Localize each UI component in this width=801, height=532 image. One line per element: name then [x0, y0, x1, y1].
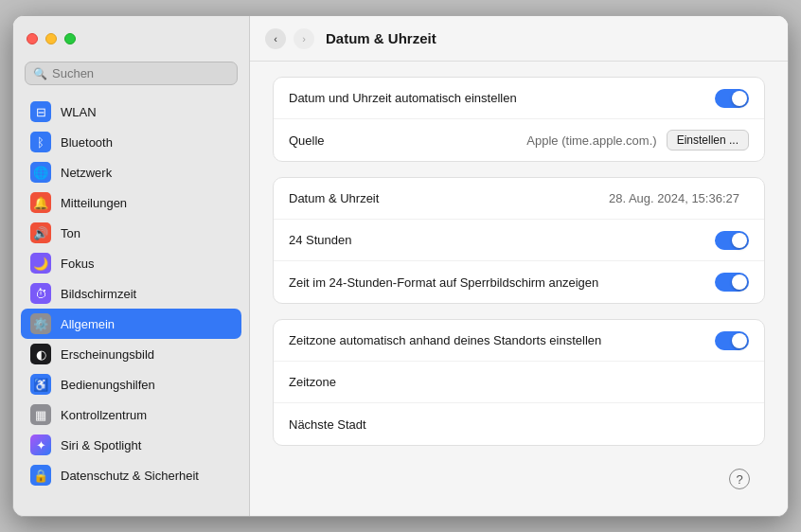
- sidebar-item-label-bedienungshilfen: Bedienungshilfen: [61, 378, 155, 392]
- wlan-icon: ⊟: [30, 101, 51, 122]
- sidebar-item-label-bildschirmzeit: Bildschirmzeit: [61, 287, 136, 301]
- row-label-2-1: Zeitzone: [289, 375, 749, 389]
- sidebar-item-label-datenschutz: Datenschutz & Sicherheit: [61, 469, 199, 483]
- sidebar-item-label-siri: Siri & Spotlight: [61, 438, 141, 452]
- maximize-button[interactable]: [64, 33, 76, 44]
- sidebar-item-siri[interactable]: ✦Siri & Spotlight: [21, 430, 241, 460]
- bildschirmzeit-icon: ⏱: [30, 283, 51, 304]
- sidebar-item-label-erscheinungsbild: Erscheinungsbild: [61, 347, 154, 362]
- toggle-1-1[interactable]: [715, 231, 749, 250]
- content-area: Datum und Uhrzeit automatisch einstellen…: [250, 62, 788, 516]
- sidebar-item-label-fokus: Fokus: [61, 257, 94, 271]
- ton-icon: 🔊: [30, 222, 51, 243]
- search-icon: 🔍: [33, 67, 47, 80]
- sidebar-item-label-netzwerk: Netzwerk: [61, 166, 112, 180]
- row-label-1-1: 24 Stunden: [289, 233, 715, 247]
- sidebar-item-label-kontrollzentrum: Kontrollzentrum: [61, 408, 147, 422]
- row-label-0-0: Datum und Uhrzeit automatisch einstellen: [289, 91, 715, 105]
- toggle-1-2[interactable]: [715, 273, 749, 292]
- row-2-2: Nächste Stadt: [274, 403, 764, 445]
- sidebar-item-label-allgemein: Allgemein: [61, 317, 115, 331]
- sidebar-item-ton[interactable]: 🔊Ton: [21, 218, 241, 248]
- sidebar: 🔍 ⊟WLANᛒBluetooth🌐Netzwerk🔔Mitteilungen🔊…: [13, 16, 250, 516]
- sidebar-item-bluetooth[interactable]: ᛒBluetooth: [21, 127, 241, 157]
- help-button[interactable]: ?: [729, 469, 750, 489]
- titlebar: [13, 16, 249, 62]
- row-label-0-1: Quelle: [289, 133, 526, 148]
- bedienungshilfen-icon: ♿: [30, 374, 51, 395]
- toggle-2-0[interactable]: [715, 331, 749, 350]
- main-panel: ‹ › Datum & Uhrzeit Datum und Uhrzeit au…: [250, 16, 788, 516]
- kontrollzentrum-icon: ▦: [30, 404, 51, 425]
- sidebar-item-label-ton: Ton: [61, 226, 80, 240]
- sidebar-list: ⊟WLANᛒBluetooth🌐Netzwerk🔔Mitteilungen🔊To…: [13, 93, 249, 516]
- fokus-icon: 🌙: [30, 253, 51, 274]
- row-2-0: Zeitzone automatisch anhand deines Stand…: [274, 320, 764, 362]
- sidebar-item-label-bluetooth: Bluetooth: [61, 135, 113, 150]
- erscheinungsbild-icon: ◐: [30, 344, 51, 364]
- back-button[interactable]: ‹: [265, 28, 286, 49]
- row-label-1-2: Zeit im 24-Stunden-Format auf Sperrbilds…: [289, 275, 715, 290]
- minimize-button[interactable]: [45, 33, 57, 44]
- row-1-2: Zeit im 24-Stunden-Format auf Sperrbilds…: [274, 261, 764, 303]
- sidebar-item-allgemein[interactable]: ⚙️Allgemein: [21, 309, 241, 339]
- section-1: Datum & Uhrzeit28. Aug. 2024, 15:36:2724…: [273, 177, 765, 304]
- row-label-2-2: Nächste Stadt: [289, 417, 749, 432]
- source-value: Apple (time.apple.com.): [526, 133, 656, 148]
- close-button[interactable]: [27, 33, 38, 44]
- siri-icon: ✦: [30, 434, 51, 455]
- section-0: Datum und Uhrzeit automatisch einstellen…: [273, 77, 765, 162]
- row-2-1: Zeitzone: [274, 362, 764, 403]
- sidebar-item-netzwerk[interactable]: 🌐Netzwerk: [21, 157, 241, 187]
- row-1-0: Datum & Uhrzeit28. Aug. 2024, 15:36:27: [274, 178, 764, 220]
- search-input[interactable]: [52, 66, 229, 80]
- search-box: 🔍: [25, 62, 238, 85]
- row-1-1: 24 Stunden: [274, 220, 764, 261]
- allgemein-icon: ⚙️: [30, 313, 51, 334]
- sidebar-item-wlan[interactable]: ⊟WLAN: [21, 97, 241, 127]
- toggle-0-0[interactable]: [715, 89, 749, 108]
- sidebar-item-label-wlan: WLAN: [61, 105, 97, 119]
- netzwerk-icon: 🌐: [30, 162, 51, 183]
- row-value-1-0: 28. Aug. 2024, 15:36:27: [609, 191, 739, 205]
- sidebar-item-kontrollzentrum[interactable]: ▦Kontrollzentrum: [21, 399, 241, 430]
- sidebar-item-bildschirmzeit[interactable]: ⏱Bildschirmzeit: [21, 278, 241, 309]
- page-title: Datum & Uhrzeit: [326, 30, 436, 46]
- bluetooth-icon: ᛒ: [30, 132, 51, 152]
- main-window: 🔍 ⊟WLANᛒBluetooth🌐Netzwerk🔔Mitteilungen🔊…: [12, 15, 789, 517]
- row-0-1: QuelleApple (time.apple.com.)Einstellen …: [274, 119, 764, 161]
- einstellen-button[interactable]: Einstellen ...: [667, 130, 749, 151]
- main-titlebar: ‹ › Datum & Uhrzeit: [250, 16, 788, 62]
- help-area: ?: [273, 461, 765, 497]
- sidebar-item-datenschutz[interactable]: 🔒Datenschutz & Sicherheit: [21, 460, 241, 490]
- row-label-2-0: Zeitzone automatisch anhand deines Stand…: [289, 333, 715, 347]
- sidebar-item-mitteilungen[interactable]: 🔔Mitteilungen: [21, 187, 241, 218]
- row-0-0: Datum und Uhrzeit automatisch einstellen: [274, 78, 764, 119]
- sidebar-item-erscheinungsbild[interactable]: ◐Erscheinungsbild: [21, 339, 241, 369]
- section-2: Zeitzone automatisch anhand deines Stand…: [273, 319, 765, 446]
- datenschutz-icon: 🔒: [30, 465, 51, 486]
- sidebar-item-fokus[interactable]: 🌙Fokus: [21, 248, 241, 278]
- forward-button[interactable]: ›: [294, 28, 314, 49]
- sidebar-item-bedienungshilfen[interactable]: ♿Bedienungshilfen: [21, 369, 241, 399]
- row-label-1-0: Datum & Uhrzeit: [289, 191, 609, 205]
- sidebar-item-label-mitteilungen: Mitteilungen: [61, 196, 127, 210]
- mitteilungen-icon: 🔔: [30, 192, 51, 213]
